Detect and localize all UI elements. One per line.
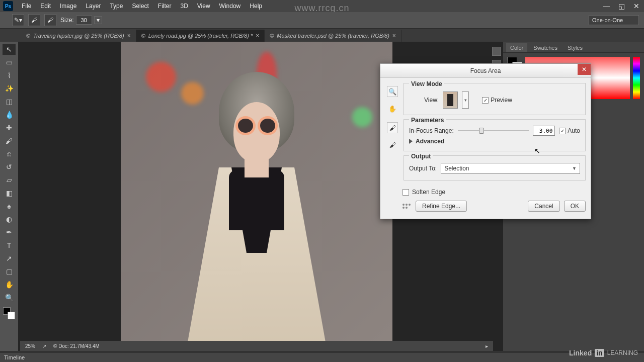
view-dropdown-icon[interactable]: ▾ xyxy=(462,92,469,109)
scroll-arrow-icon[interactable]: ▸ xyxy=(486,343,488,349)
status-bar: 25% ↗ © Doc: 21.7M/43.4M ▸ xyxy=(20,341,493,351)
size-stepper-icon[interactable]: ▾ xyxy=(94,16,102,24)
type-tool[interactable]: T xyxy=(3,240,16,251)
panel-tabs: Color Swatches Styles xyxy=(503,42,644,53)
tab-close-icon[interactable]: × xyxy=(256,32,259,39)
doc-info[interactable]: © Doc: 21.7M/43.4M xyxy=(53,343,100,349)
gradient-tool[interactable]: ◧ xyxy=(3,188,16,199)
doc-tab-label: Masked traveler.psd @ 25% (traveler, RGB… xyxy=(277,33,389,39)
options-bar: ✎▾ 🖌 🖌 Size: ▾ One-on-One xyxy=(0,12,644,29)
doc-tab-label: Traveling hipster.jpg @ 25% (RGB/8) xyxy=(33,33,124,39)
menu-type[interactable]: Type xyxy=(105,3,127,10)
brush-subtract-icon[interactable]: 🖌 xyxy=(387,139,398,150)
preview-checkbox[interactable]: ✓Preview xyxy=(482,97,512,104)
eyedropper-tool[interactable]: 💧 xyxy=(3,109,16,120)
brush-add-icon[interactable]: 🖌 xyxy=(387,122,398,133)
crop-tool[interactable]: ◫ xyxy=(3,96,16,107)
tab-styles[interactable]: Styles xyxy=(564,43,587,52)
move-tool[interactable]: ↖ xyxy=(3,44,16,55)
doc-tab[interactable]: ©Traveling hipster.jpg @ 25% (RGB/8)× xyxy=(21,30,136,42)
brush-add-icon[interactable]: 🖌 xyxy=(28,14,40,26)
maximize-button[interactable]: ◱ xyxy=(614,0,629,12)
advanced-disclosure[interactable]: Advanced xyxy=(409,136,580,146)
soften-edge-checkbox[interactable]: Soften Edge xyxy=(403,189,586,196)
output-to-select[interactable]: Selection ▼ xyxy=(441,163,580,174)
in-focus-range-slider[interactable] xyxy=(458,127,529,134)
marquee-tool[interactable]: ▭ xyxy=(3,57,16,68)
timeline-label: Timeline xyxy=(4,354,25,360)
progress-dots-icon xyxy=(403,203,412,210)
brush-size-control: Size: ▾ xyxy=(60,16,102,25)
doc-tab[interactable]: ©Lonely road.jpg @ 25% (traveler, RGB/8)… xyxy=(136,30,265,42)
lasso-tool[interactable]: ⌇ xyxy=(3,70,16,81)
fg-bg-color[interactable] xyxy=(3,307,15,319)
toolbox: ↖ ▭ ⌇ ✨ ◫ 💧 ✚ 🖌 ⎌ ↺ ▱ ◧ ♠ ◐ ✒ T ↗ ▢ ✋ 🔍 xyxy=(0,42,18,351)
panel-icon[interactable] xyxy=(492,47,501,56)
hand-tool-icon[interactable]: ✋ xyxy=(387,103,398,114)
window-controls: — ◱ ✕ xyxy=(599,0,644,12)
clone-stamp-tool[interactable]: ⎌ xyxy=(3,148,16,159)
pen-tool[interactable]: ✒ xyxy=(3,227,16,238)
zoom-level[interactable]: 25% xyxy=(25,343,35,349)
disclosure-triangle-icon xyxy=(409,139,413,144)
app-logo: Ps xyxy=(3,1,13,11)
workspace-switcher[interactable]: One-on-One xyxy=(589,15,639,25)
view-thumbnail[interactable] xyxy=(443,92,458,109)
ok-button[interactable]: OK xyxy=(564,201,586,212)
advanced-label: Advanced xyxy=(416,138,444,145)
checkbox-icon xyxy=(403,189,409,196)
menu-edit[interactable]: Edit xyxy=(36,3,55,10)
exposure-icon[interactable]: ↗ xyxy=(42,343,46,349)
size-label: Size: xyxy=(60,17,74,24)
menu-window[interactable]: Window xyxy=(215,3,246,10)
view-mode-group: View Mode View: ▾ ✓Preview xyxy=(404,83,586,115)
hand-tool[interactable]: ✋ xyxy=(3,279,16,290)
menu-filter[interactable]: Filter xyxy=(153,3,176,10)
doc-tab[interactable]: ©Masked traveler.psd @ 25% (traveler, RG… xyxy=(265,30,401,42)
timeline-panel[interactable]: Timeline xyxy=(0,353,644,362)
tab-close-icon[interactable]: × xyxy=(392,32,396,39)
auto-checkbox[interactable]: ✓Auto xyxy=(559,127,580,134)
brush-tool[interactable]: 🖌 xyxy=(3,135,16,146)
magic-wand-tool[interactable]: ✨ xyxy=(3,83,16,94)
eraser-tool[interactable]: ▱ xyxy=(3,174,16,186)
zoom-tool[interactable]: 🔍 xyxy=(3,292,16,303)
hue-slider[interactable] xyxy=(633,57,640,99)
path-tool[interactable]: ↗ xyxy=(3,253,16,264)
tab-close-icon[interactable]: × xyxy=(127,32,131,39)
history-brush-tool[interactable]: ↺ xyxy=(3,161,16,172)
document-canvas[interactable] xyxy=(121,42,392,341)
menu-help[interactable]: Help xyxy=(245,3,267,10)
output-to-value: Selection xyxy=(444,165,469,172)
output-group: Output Output To: Selection ▼ xyxy=(404,155,586,180)
menu-bar: Ps File Edit Image Layer Type Select Fil… xyxy=(0,0,644,12)
size-input[interactable] xyxy=(76,16,92,25)
zoom-tool-icon[interactable]: 🔍 xyxy=(387,86,398,97)
output-to-label: Output To: xyxy=(409,165,437,172)
dodge-tool[interactable]: ◐ xyxy=(3,214,16,225)
in-focus-range-input[interactable] xyxy=(533,126,555,136)
menu-view[interactable]: View xyxy=(193,3,215,10)
refine-edge-button[interactable]: Refine Edge... xyxy=(416,201,467,212)
menu-image[interactable]: Image xyxy=(55,3,81,10)
minimize-button[interactable]: — xyxy=(599,0,614,12)
menu-select[interactable]: Select xyxy=(127,3,153,10)
menu-3d[interactable]: 3D xyxy=(176,3,192,10)
brush-subtract-icon[interactable]: 🖌 xyxy=(44,14,56,26)
close-button[interactable]: ✕ xyxy=(629,0,644,12)
parameters-group: Parameters In-Focus Range: ✓Auto xyxy=(404,119,586,151)
menu-file[interactable]: File xyxy=(17,3,36,10)
blur-tool[interactable]: ♠ xyxy=(3,201,16,212)
shape-tool[interactable]: ▢ xyxy=(3,266,16,277)
soften-edge-label: Soften Edge xyxy=(412,189,445,196)
menu-layer[interactable]: Layer xyxy=(81,3,105,10)
cancel-button[interactable]: Cancel xyxy=(528,201,559,212)
tab-swatches[interactable]: Swatches xyxy=(529,43,561,52)
tool-preset-picker[interactable]: ✎▾ xyxy=(12,14,24,26)
healing-brush-tool[interactable]: ✚ xyxy=(3,122,16,133)
doc-tab-label: Lonely road.jpg @ 25% (traveler, RGB/8) … xyxy=(148,33,253,39)
document-tabs: ©Traveling hipster.jpg @ 25% (RGB/8)× ©L… xyxy=(0,29,644,42)
dialog-close-button[interactable]: ✕ xyxy=(578,64,591,75)
tab-color[interactable]: Color xyxy=(506,43,527,52)
dialog-titlebar[interactable]: Focus Area ✕ xyxy=(380,64,591,78)
